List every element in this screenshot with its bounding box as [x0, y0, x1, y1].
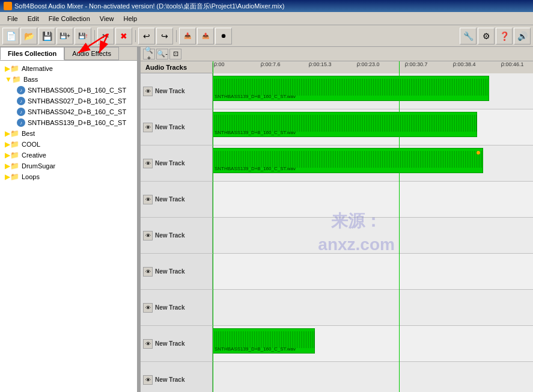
tree-label: Alternative [22, 65, 53, 72]
toolbar: 📄 📂 💾 💾+ 💾↑ ✂ ✖ ↩ ↪ 📥 📤 ⏺ 🔧 ⚙ ❓ 🔊 [0, 25, 533, 47]
save-button[interactable]: 💾 [38, 28, 55, 44]
volume-button[interactable]: 🔊 [514, 28, 531, 44]
tab-bar: Files Collection Audio Effects [0, 47, 137, 61]
tree-label-drumsugar: DrumSugar [22, 162, 55, 170]
track-content-8[interactable]: SNTHBASS139_D+B_160_C_ST.wav [213, 326, 533, 361]
zoom-fit-button[interactable]: ⊡ [169, 49, 181, 60]
track-label-1: 👁 New Track [141, 73, 213, 109]
tree-item-best[interactable]: ▶📁 Best [0, 128, 137, 139]
fx-button[interactable]: ⚙ [478, 28, 495, 44]
track-name-8: New Track [155, 340, 184, 347]
eye-button-7[interactable]: 👁 [143, 303, 153, 313]
eye-button-1[interactable]: 👁 [143, 87, 153, 96]
tree-item-alternative[interactable]: ▶📁 Alternative [0, 63, 137, 74]
tracks-container[interactable]: 来源： anxz.com 👁 New Track SNTHBASS1 [141, 73, 533, 392]
track-content-5[interactable] [213, 218, 533, 253]
tree-item-drumsugar[interactable]: ▶📁 DrumSugar [0, 161, 137, 171]
menu-view[interactable]: View [95, 14, 119, 23]
waveform-8 [213, 331, 314, 348]
folder-icon-best: ▶📁 [5, 129, 19, 138]
waveform-1 [213, 79, 489, 96]
menu-edit[interactable]: Edit [23, 14, 44, 23]
folder-icon: ▶📁 [5, 64, 19, 73]
subitem-label-3: SNTHBASS139_D+B_160_C_ST [28, 119, 126, 126]
track-content-1[interactable]: SNTHBASS139_D+B_160_C_ST.wav [213, 73, 533, 109]
ruler-mark-4: 0:00:30.7 [405, 61, 428, 67]
waveform-3 [213, 151, 483, 168]
delete-button[interactable]: ✖ [115, 28, 132, 44]
tree-subitem-1[interactable]: ♪ SNTHBASS027_D+B_160_C_ST [0, 96, 137, 106]
track-content-7[interactable] [213, 290, 533, 325]
right-toolbar: 🔍+ 🔍- ⊡ [141, 47, 533, 61]
folder-icon-loops: ▶📁 [5, 173, 19, 181]
audio-clip-1[interactable]: SNTHBASS139_D+B_160_C_ST.wav [213, 76, 489, 101]
eye-button-5[interactable]: 👁 [143, 231, 153, 240]
track-row-2: 👁 New Track SNTHBASS139_D+B_160_C_ST.wav [141, 109, 533, 145]
track-row-3: 👁 New Track SNTHBASS139_D+B_160_C_ST.wav [141, 145, 533, 182]
help-button[interactable]: ❓ [496, 28, 513, 44]
tree-item-loops[interactable]: ▶📁 Loops [0, 171, 137, 182]
tree-subitem-2[interactable]: ♪ SNTHBASS042_D+B_160_C_ST [0, 106, 137, 117]
audio-icon-1: ♪ [17, 97, 25, 105]
import-button[interactable]: 📥 [179, 28, 196, 44]
eye-button-3[interactable]: 👁 [143, 159, 153, 168]
menu-file-collection[interactable]: File Collection [44, 14, 95, 23]
track-label-8: 👁 New Track [141, 326, 213, 361]
zoom-in-button[interactable]: 🔍+ [143, 49, 155, 60]
waveform-2 [213, 115, 477, 132]
tree-item-bass[interactable]: ▼📁 Bass [0, 74, 137, 85]
track-row-9: 👁 New Track [141, 362, 533, 392]
ruler-mark-1: 0:00:7.6 [261, 61, 281, 67]
tree-item-cool[interactable]: ▶📁 COOL [0, 139, 137, 150]
track-content-9[interactable] [213, 362, 533, 392]
eye-button-4[interactable]: 👁 [143, 195, 153, 204]
track-label-9: 👁 New Track [141, 362, 213, 392]
menu-help[interactable]: Help [118, 14, 142, 23]
eye-button-6[interactable]: 👁 [143, 267, 153, 277]
ruler-mark-5: 0:00:38.4 [453, 61, 476, 67]
tree-item-creative[interactable]: ▶📁 Creative [0, 150, 137, 161]
track-content-2[interactable]: SNTHBASS139_D+B_160_C_ST.wav [213, 109, 533, 145]
settings-button[interactable]: 🔧 [460, 28, 477, 44]
tab-files-collection[interactable]: Files Collection [0, 47, 64, 60]
audio-clip-2[interactable]: SNTHBASS139_D+B_160_C_ST.wav [213, 112, 477, 137]
new-button[interactable]: 📄 [2, 28, 19, 44]
folder-icon-drumsugar: ▶📁 [5, 162, 19, 170]
tree-label-bass: Bass [23, 76, 38, 83]
title-text: Soft4Boost Audio Mixer - Non-activated v… [14, 2, 284, 11]
clip-label-1: SNTHBASS139_D+B_160_C_ST.wav [215, 94, 296, 99]
track-content-4[interactable] [213, 182, 533, 217]
audio-icon-2: ♪ [17, 108, 25, 116]
save-as-button[interactable]: 💾+ [56, 28, 73, 44]
redo-button[interactable]: ↪ [156, 28, 173, 44]
toolbar-sep1 [93, 28, 96, 44]
timeline-container: Audio Tracks 0:00 0:00:7.6 0:00:15.3 0:0… [141, 61, 533, 392]
eye-button-8[interactable]: 👁 [143, 339, 153, 349]
eye-button-9[interactable]: 👁 [143, 375, 153, 385]
undo-button[interactable]: ↩ [138, 28, 155, 44]
track-label-3: 👁 New Track [141, 145, 213, 181]
open-button[interactable]: 📂 [20, 28, 37, 44]
menu-file[interactable]: File [2, 14, 23, 23]
audio-clip-8[interactable]: SNTHBASS139_D+B_160_C_ST.wav [213, 328, 315, 354]
tree-label-loops: Loops [22, 173, 40, 180]
track-name-1: New Track [155, 88, 184, 94]
eye-button-2[interactable]: 👁 [143, 123, 153, 132]
export-button[interactable]: 📤 [197, 28, 214, 44]
toolbar-sep2 [133, 28, 137, 44]
save2-button[interactable]: 💾↑ [75, 28, 91, 44]
tab-audio-effects[interactable]: Audio Effects [64, 47, 119, 60]
tree-subitem-3[interactable]: ♪ SNTHBASS139_D+B_160_C_ST [0, 117, 137, 128]
zoom-out-button[interactable]: 🔍- [156, 49, 168, 60]
clip-label-8: SNTHBASS139_D+B_160_C_ST.wav [215, 346, 296, 352]
track-content-6[interactable] [213, 254, 533, 289]
track-content-3[interactable]: SNTHBASS139_D+B_160_C_ST.wav [213, 145, 533, 181]
record-button[interactable]: ⏺ [215, 28, 232, 44]
left-panel: Files Collection Audio Effects ▶📁 Altern… [0, 47, 138, 392]
tree-subitem-0[interactable]: ♪ SNTHBASS005_D+B_160_C_ST [0, 85, 137, 96]
track-name-2: New Track [155, 124, 184, 130]
track-label-6: 👁 New Track [141, 254, 213, 289]
cut-button[interactable]: ✂ [97, 28, 114, 44]
audio-clip-3[interactable]: SNTHBASS139_D+B_160_C_ST.wav [213, 148, 483, 173]
toolbar-sep3 [174, 28, 178, 44]
